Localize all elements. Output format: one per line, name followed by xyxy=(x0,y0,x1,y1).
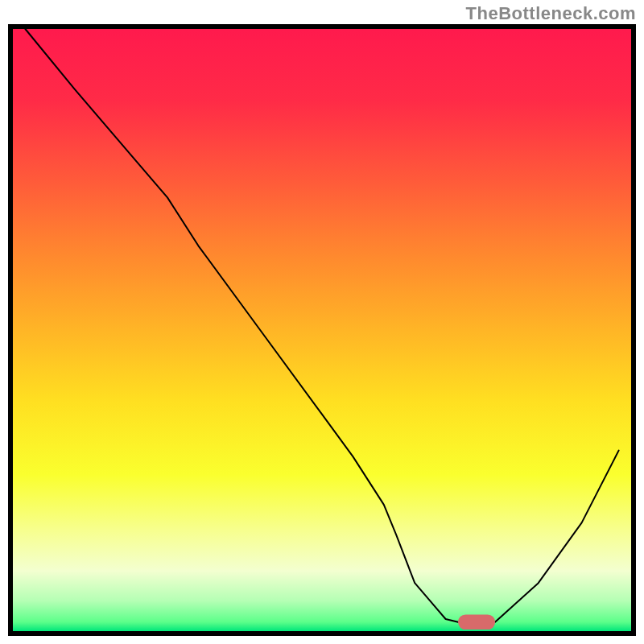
watermark-text: TheBottleneck.com xyxy=(466,3,636,24)
gradient-background xyxy=(13,29,631,631)
optimal-point xyxy=(458,614,495,630)
chart-frame: TheBottleneck.com xyxy=(0,0,644,644)
bottleneck-chart xyxy=(0,0,644,644)
